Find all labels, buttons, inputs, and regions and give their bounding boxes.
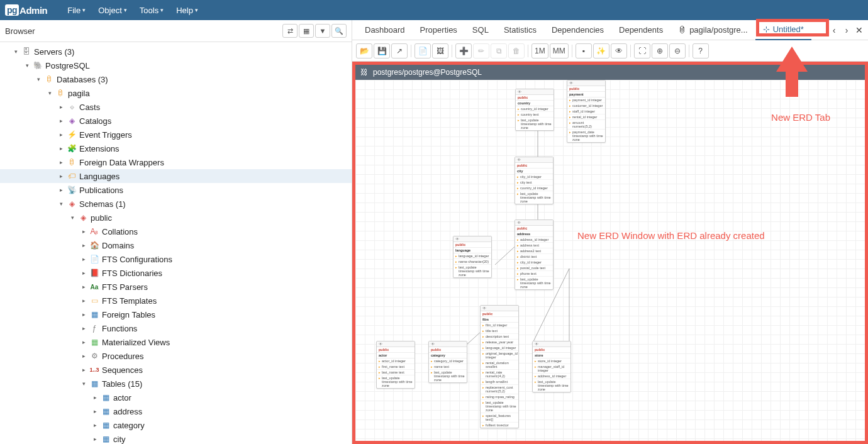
tree-foreign-tables[interactable]: ▸▦Foreign Tables <box>0 308 352 321</box>
expand-icon[interactable]: ▸ <box>57 131 65 138</box>
menu-file[interactable]: File▾ <box>62 3 91 18</box>
expand-icon[interactable]: ▸ <box>79 242 88 248</box>
entity-store[interactable]: 👁 public store ▸store_id integer ▸manage… <box>532 341 571 392</box>
auto-align-button[interactable]: ✨ <box>593 43 609 58</box>
tree-casts[interactable]: ▸⟐Casts <box>0 100 352 114</box>
clone-button[interactable]: ⧉ <box>491 43 507 58</box>
tab-dependencies[interactable]: Dependencies <box>544 20 611 40</box>
tree-fdw[interactable]: ▸🛢Foreign Data Wrappers <box>0 155 352 169</box>
collapse-icon[interactable]: ▾ <box>11 48 20 55</box>
expand-icon[interactable]: ▸ <box>57 145 65 152</box>
menu-tools[interactable]: Tools▾ <box>135 3 169 18</box>
tree-sequences[interactable]: ▸1..3Sequences <box>0 363 352 377</box>
tree-fts-parsers[interactable]: ▸AaFTS Parsers <box>0 280 352 294</box>
entity-city[interactable]: 👁 public city ▸city_id integer ▸city tex… <box>515 157 554 204</box>
entity-address[interactable]: 👁 public address ▸address_id integer ▸ad… <box>515 219 554 290</box>
tree-procedures[interactable]: ▸⚙Procedures <box>0 349 352 363</box>
tree-table-actor[interactable]: ▸▦actor <box>0 391 352 404</box>
collapse-icon[interactable]: ▾ <box>23 62 31 69</box>
tree-databases[interactable]: ▾🛢Databases (3) <box>0 72 352 86</box>
tab-statistics[interactable]: Statistics <box>496 20 544 40</box>
collapse-icon[interactable]: ▾ <box>57 201 65 207</box>
tree-schemas[interactable]: ▾◈Schemas (1) <box>0 197 352 211</box>
zoom-out-button[interactable]: ⊖ <box>669 43 686 58</box>
expand-icon[interactable]: ▸ <box>79 256 88 262</box>
image-button[interactable]: 🖼 <box>432 43 448 58</box>
note-button[interactable]: ▪ <box>576 43 592 58</box>
expand-icon[interactable]: ▸ <box>79 353 88 359</box>
expand-icon[interactable]: ▸ <box>79 270 88 276</box>
entity-payment[interactable]: 👁 public payment ▸payment_id integer ▸cu… <box>567 80 606 143</box>
expand-icon[interactable]: ▸ <box>57 159 65 165</box>
entity-category[interactable]: 👁 public category ▸category_id integer ▸… <box>428 341 467 383</box>
tab-dependents[interactable]: Dependents <box>611 20 670 40</box>
one-to-many-button[interactable]: 1M <box>531 43 548 58</box>
entity-language[interactable]: 👁 public language ▸language_id integer ▸… <box>453 236 492 278</box>
tree-table-city[interactable]: ▸▦city <box>0 432 352 444</box>
menu-help[interactable]: Help▾ <box>171 3 203 18</box>
tree-servers[interactable]: ▾🗄Servers (3) <box>0 45 352 58</box>
tab-prev-icon[interactable]: ‹ <box>828 23 840 38</box>
tab-properties[interactable]: Properties <box>413 20 465 40</box>
tree-fts-templates[interactable]: ▸▭FTS Templates <box>0 294 352 308</box>
tree-tables[interactable]: ▾▦Tables (15) <box>0 377 352 391</box>
tree-collations[interactable]: ▸AᵦCollations <box>0 225 352 238</box>
tree-pagila[interactable]: ▾🛢pagila <box>0 86 352 100</box>
tree-event-triggers[interactable]: ▸⚡Event Triggers <box>0 128 352 142</box>
tab-dashboard[interactable]: Dashboard <box>357 20 413 40</box>
tree-table-category[interactable]: ▸▦category <box>0 418 352 432</box>
entity-country[interactable]: 👁 public country ▸country_id integer ▸co… <box>515 89 554 131</box>
tree-public[interactable]: ▾◈public <box>0 211 352 225</box>
tree-postgresql[interactable]: ▾🐘PostgreSQL <box>0 58 352 72</box>
collapse-icon[interactable]: ▾ <box>79 380 88 387</box>
help-button[interactable]: ? <box>693 43 709 58</box>
tree-domains[interactable]: ▸🏠Domains <box>0 238 352 252</box>
expand-icon[interactable]: ▸ <box>57 173 65 179</box>
expand-icon[interactable]: ▸ <box>57 118 65 124</box>
expand-icon[interactable]: ▸ <box>91 436 99 442</box>
zoom-fit-button[interactable]: ⛶ <box>634 43 650 58</box>
tree-publications[interactable]: ▸📡Publications <box>0 183 352 197</box>
tab-pagila[interactable]: 🛢pagila/postgre... <box>670 20 755 40</box>
zoom-in-button[interactable]: ⊕ <box>652 43 668 58</box>
tree-extensions[interactable]: ▸🧩Extensions <box>0 142 352 155</box>
tree-functions[interactable]: ▸ƒFunctions <box>0 321 352 335</box>
tool-grid-icon[interactable]: ▦ <box>299 24 314 38</box>
menu-object[interactable]: Object▾ <box>93 3 132 18</box>
collapse-icon[interactable]: ▾ <box>34 76 43 82</box>
show-details-button[interactable]: 👁 <box>611 43 627 58</box>
many-to-many-button[interactable]: MM <box>550 43 569 58</box>
expand-icon[interactable]: ▸ <box>79 367 88 373</box>
tool-search-icon[interactable]: 🔍 <box>331 24 347 38</box>
entity-film[interactable]: 👁 public film ▸film_id integer ▸title te… <box>480 305 519 428</box>
expand-icon[interactable]: ▸ <box>79 297 88 304</box>
save-button[interactable]: 💾 <box>374 43 390 58</box>
expand-icon[interactable]: ▸ <box>57 187 65 193</box>
tool-tree-icon[interactable]: ⇄ <box>282 24 298 38</box>
expand-icon[interactable]: ▸ <box>91 394 99 401</box>
disconnect-icon[interactable]: ⛓ <box>360 68 368 77</box>
tree-mat-views[interactable]: ▸▦Materialized Views <box>0 335 352 349</box>
sql-button[interactable]: 📄 <box>415 43 431 58</box>
collapse-icon[interactable]: ▾ <box>45 90 54 96</box>
erd-canvas[interactable]: 👁 public country ▸country_id integer ▸co… <box>355 80 865 441</box>
expand-icon[interactable]: ▸ <box>91 408 99 414</box>
export-button[interactable]: ↗ <box>391 43 408 58</box>
tab-next-icon[interactable]: › <box>840 23 853 38</box>
collapse-icon[interactable]: ▾ <box>68 214 77 221</box>
tree-fts-dict[interactable]: ▸📕FTS Dictionaries <box>0 266 352 280</box>
open-file-button[interactable]: 📂 <box>356 43 372 58</box>
expand-icon[interactable]: ▸ <box>79 311 88 318</box>
expand-icon[interactable]: ▸ <box>91 422 99 428</box>
edit-button[interactable]: ✏ <box>473 43 489 58</box>
tab-sql[interactable]: SQL <box>465 20 496 40</box>
expand-icon[interactable]: ▸ <box>79 325 88 331</box>
expand-icon[interactable]: ▸ <box>79 339 88 345</box>
tab-close-icon[interactable]: ✕ <box>853 23 865 38</box>
add-table-button[interactable]: ➕ <box>455 43 472 58</box>
expand-icon[interactable]: ▸ <box>79 284 88 290</box>
tab-untitled-erd[interactable]: ⊹Untitled* <box>755 20 811 40</box>
tree-table-address[interactable]: ▸▦address <box>0 404 352 418</box>
tree-catalogs[interactable]: ▸◈Catalogs <box>0 114 352 128</box>
delete-button[interactable]: 🗑 <box>508 43 525 58</box>
